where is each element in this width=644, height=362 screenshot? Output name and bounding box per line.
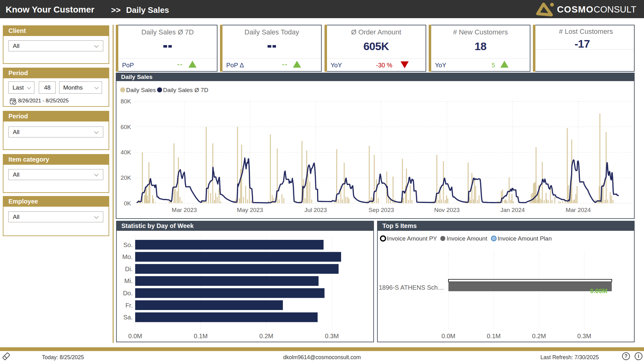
svg-text:Fr.: Fr.: [125, 302, 133, 309]
svg-text:Daily Sales Ø 7D: Daily Sales Ø 7D: [163, 87, 208, 93]
svg-text:Do.: Do.: [123, 290, 133, 297]
svg-text:0.0M: 0.0M: [128, 333, 142, 339]
svg-text:Mar 2024: Mar 2024: [566, 207, 591, 213]
svg-text:Di.: Di.: [125, 266, 133, 272]
svg-text:0.1M: 0.1M: [487, 333, 500, 339]
svg-text:80K: 80K: [120, 98, 131, 105]
svg-text:0.1M: 0.1M: [194, 333, 207, 339]
svg-text:Jul 2023: Jul 2023: [304, 207, 327, 213]
svg-text:Jan 2024: Jan 2024: [500, 207, 525, 213]
svg-text:Mar 2023: Mar 2023: [172, 207, 197, 213]
svg-text:Mo.: Mo.: [122, 253, 133, 260]
svg-text:Invoice Amount: Invoice Amount: [447, 235, 488, 242]
svg-text:Invoice Amount PY: Invoice Amount PY: [387, 235, 437, 242]
svg-text:Sa.: Sa.: [123, 314, 133, 321]
svg-text:Mi.: Mi.: [124, 277, 133, 284]
svg-text:40K: 40K: [120, 149, 131, 156]
svg-text:20K: 20K: [120, 174, 131, 181]
svg-text:0.0M: 0.0M: [442, 333, 455, 339]
svg-text:0.2M: 0.2M: [259, 333, 273, 339]
svg-text:0.00M: 0.00M: [590, 287, 607, 294]
svg-text:Nov 2023: Nov 2023: [434, 207, 460, 213]
svg-text:1896-S ATHENS Sch…: 1896-S ATHENS Sch…: [379, 284, 444, 291]
svg-text:Sep 2023: Sep 2023: [369, 207, 394, 213]
svg-text:0.3M: 0.3M: [325, 333, 339, 339]
svg-text:Invoice Amount Plan: Invoice Amount Plan: [498, 235, 552, 242]
svg-text:May 2023: May 2023: [237, 207, 263, 213]
svg-text:Daily Sales: Daily Sales: [126, 87, 156, 93]
svg-text:So.: So.: [123, 241, 133, 248]
svg-text:0.3M: 0.3M: [577, 333, 591, 339]
svg-text:0K: 0K: [124, 200, 131, 207]
svg-text:0.2M: 0.2M: [532, 333, 546, 339]
svg-text:60K: 60K: [120, 124, 131, 130]
